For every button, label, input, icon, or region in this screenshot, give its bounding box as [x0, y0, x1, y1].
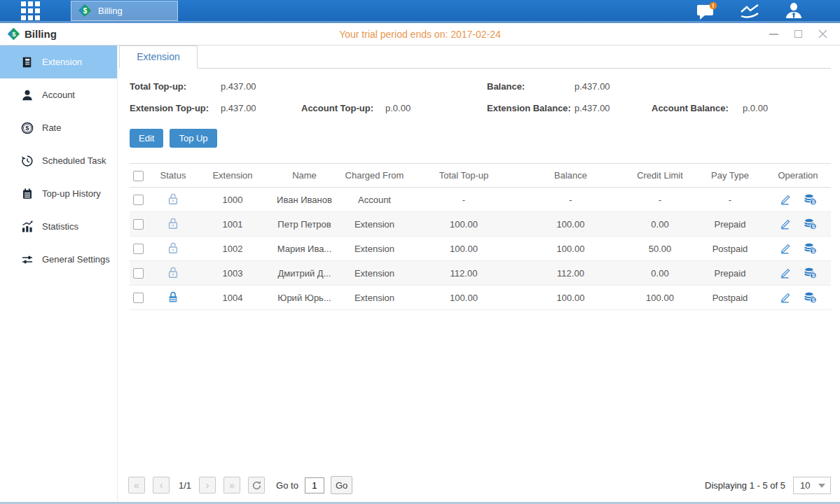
taskbar-tab-billing[interactable]: $ Billing [71, 1, 178, 21]
sidebar-item-account[interactable]: Account [0, 78, 117, 111]
prev-page-button[interactable]: ‹ [153, 477, 170, 493]
cell-balance: 100.00 [516, 286, 625, 310]
app-grid-icon[interactable] [21, 1, 40, 20]
close-icon[interactable] [818, 29, 827, 39]
cell-total-topup: - [411, 188, 516, 212]
status-unlocked-icon[interactable] [167, 266, 179, 279]
cell-extension: 1000 [194, 188, 271, 212]
edit-button[interactable]: Edit [130, 129, 163, 148]
cell-pay-type: Postpaid [695, 237, 765, 261]
status-unlocked-icon[interactable] [167, 192, 179, 205]
taskbar-tab-label: Billing [98, 6, 123, 16]
top-up-coins-icon[interactable]: $ [804, 242, 817, 255]
cell-credit-limit: 100.00 [625, 286, 695, 310]
svg-text:$: $ [812, 297, 815, 303]
status-unlocked-icon[interactable] [167, 241, 179, 254]
sidebar-item-label: Scheduled Task [42, 155, 106, 166]
account-balance-value: p.0.00 [743, 97, 831, 119]
svg-text:$: $ [812, 199, 815, 205]
cell-name: Иван Иванов [271, 188, 338, 212]
balance-label: Balance: [487, 76, 574, 97]
top-up-coins-icon[interactable]: $ [804, 218, 817, 230]
cell-extension: 1004 [194, 286, 271, 310]
top-up-coins-icon[interactable]: $ [804, 291, 817, 304]
column-header: Total Top-up [411, 164, 516, 188]
row-checkbox[interactable] [133, 195, 144, 205]
status-locked-icon[interactable] [167, 290, 179, 303]
edit-pencil-icon[interactable] [779, 242, 792, 255]
billing-diamond-icon: $ [7, 27, 20, 41]
billing-diamond-icon: $ [78, 4, 92, 18]
minimize-icon[interactable] [769, 29, 778, 39]
row-checkbox[interactable] [133, 268, 144, 279]
row-checkbox[interactable] [133, 219, 144, 230]
window-header: $ Billing Your trial period ends on: 201… [0, 23, 840, 46]
cell-pay-type: - [695, 188, 765, 212]
page-indicator: 1/1 [179, 480, 191, 491]
user-icon[interactable] [783, 1, 805, 20]
refresh-icon[interactable] [248, 477, 265, 493]
window-title-text: Billing [25, 28, 57, 40]
sidebar-item-label: Rate [42, 122, 61, 133]
svg-text:!: ! [712, 2, 715, 9]
bar-chart-icon [21, 220, 34, 233]
cell-total-topup: 100.00 [411, 212, 516, 237]
sidebar-item-label: Statistics [42, 221, 78, 232]
goto-page-input[interactable] [305, 477, 324, 493]
messages-icon[interactable]: ! [696, 1, 718, 20]
sidebar-item-rate[interactable]: $ Rate [0, 111, 117, 144]
extension-topup-label: Extension Top-up: [130, 97, 221, 119]
table-row: 1001 Петр Петров Extension 100.00 100.00… [130, 212, 831, 237]
table-header-row: StatusExtensionNameCharged FromTotal Top… [130, 164, 831, 188]
table-row: 1004 Юрий Юрь... Extension 100.00 100.00… [130, 286, 831, 310]
edit-pencil-icon[interactable] [779, 193, 792, 206]
tab-extension[interactable]: Extension [119, 46, 198, 69]
cell-pay-type: Postpaid [695, 286, 765, 310]
cell-charged-from: Account [338, 188, 411, 212]
sidebar-item-extension[interactable]: Extension [0, 46, 117, 78]
table-row: 1003 Дмитрий Д... Extension 112.00 112.0… [130, 261, 831, 286]
extension-topup-value: p.437.00 [221, 97, 301, 119]
svg-text:$: $ [12, 30, 16, 38]
extension-table-wrap: StatusExtensionNameCharged FromTotal Top… [130, 163, 831, 310]
cell-credit-limit: 0.00 [625, 212, 695, 237]
sidebar-item-topup-history[interactable]: Top-up History [0, 177, 117, 210]
go-button[interactable]: Go [331, 476, 352, 494]
cell-balance: 100.00 [516, 237, 625, 261]
top-bar: $ Billing ! [0, 0, 840, 23]
edit-pencil-icon[interactable] [779, 218, 792, 230]
page-size-select[interactable]: 10 [793, 477, 831, 494]
column-header: Credit Limit [625, 164, 695, 188]
top-up-coins-icon[interactable]: $ [804, 193, 817, 206]
table-row: 1002 Мария Ива... Extension 100.00 100.0… [130, 237, 831, 261]
status-unlocked-icon[interactable] [167, 217, 179, 230]
next-page-button[interactable]: › [199, 477, 216, 493]
account-topup-value: p.0.00 [385, 97, 487, 119]
tab-strip: Extension [119, 46, 831, 69]
trial-notice: Your trial period ends on: 2017-02-24 [0, 29, 840, 40]
extension-table: StatusExtensionNameCharged FromTotal Top… [130, 163, 831, 310]
last-page-button[interactable]: » [223, 477, 240, 493]
cell-name: Мария Ива... [271, 237, 338, 261]
sidebar-item-scheduled-task[interactable]: Scheduled Task [0, 144, 117, 177]
top-up-coins-icon[interactable]: $ [804, 267, 817, 279]
top-up-button[interactable]: Top Up [170, 129, 216, 148]
billing-summary: Total Top-up: p.437.00 Balance: p.437.00… [130, 76, 831, 119]
cell-name: Дмитрий Д... [271, 261, 338, 286]
sidebar-item-statistics[interactable]: Statistics [0, 210, 117, 243]
cell-total-topup: 112.00 [411, 261, 516, 286]
column-header: Status [152, 164, 194, 188]
goto-label: Go to [276, 480, 298, 491]
row-checkbox[interactable] [133, 293, 144, 303]
column-header: Name [271, 164, 338, 188]
select-all-checkbox[interactable] [133, 171, 144, 181]
sidebar-item-general-settings[interactable]: General Settings [0, 243, 117, 276]
monitor-chart-icon[interactable] [739, 1, 762, 20]
maximize-icon[interactable] [793, 29, 803, 39]
row-checkbox[interactable] [133, 244, 144, 254]
svg-text:$: $ [812, 223, 815, 230]
account-balance-label: Account Balance: [652, 97, 743, 119]
edit-pencil-icon[interactable] [779, 267, 792, 279]
first-page-button[interactable]: « [128, 477, 145, 493]
edit-pencil-icon[interactable] [779, 291, 792, 304]
